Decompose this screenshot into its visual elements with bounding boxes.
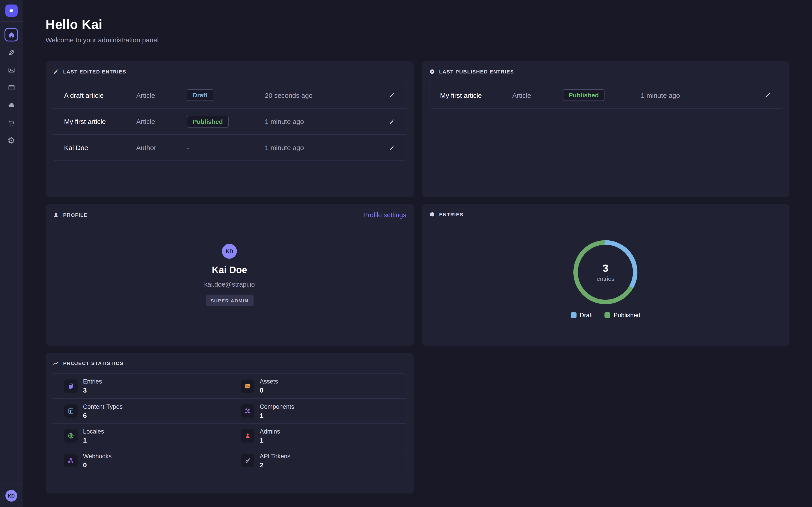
project-statistics-header: PROJECT STATISTICS [53, 360, 406, 367]
stat-webhooks: Webhooks 0 [53, 448, 230, 473]
strapi-logo-icon [8, 7, 14, 14]
sidebar-item-home[interactable] [4, 28, 18, 42]
sidebar-bottom: KD [0, 480, 22, 507]
role-badge: SUPER ADMIN [205, 295, 253, 306]
strapi-logo[interactable] [5, 4, 17, 17]
sidebar-user-avatar[interactable]: KD [5, 490, 17, 502]
profile-header: PROFILE [53, 212, 88, 218]
edit-entry-button[interactable] [389, 145, 395, 151]
table-row[interactable]: My first article Article Published 1 min… [429, 82, 782, 108]
entry-time: 20 seconds ago [265, 91, 389, 99]
profile-card: PROFILE Profile settings KD Kai Doe kai.… [46, 204, 413, 346]
card-title: LAST PUBLISHED ENTRIES [439, 69, 514, 74]
card-title: PROFILE [63, 212, 88, 218]
cloud-icon [7, 101, 15, 109]
media-library-icon [7, 66, 15, 74]
entry-type: Author [136, 144, 187, 152]
key-icon [241, 454, 254, 467]
feather-icon [7, 48, 15, 56]
sidebar-item-content-type-builder[interactable] [4, 81, 18, 94]
sidebar-item-content-manager[interactable] [4, 46, 18, 59]
home-icon [7, 31, 15, 39]
last-edited-header: LAST EDITED ENTRIES [53, 68, 406, 75]
image-icon [241, 379, 254, 393]
profile-email: kai.doe@strapi.io [204, 281, 255, 288]
profile-settings-link[interactable]: Profile settings [363, 211, 406, 219]
status-badge: Draft [187, 89, 213, 101]
edit-entry-button[interactable] [765, 92, 771, 98]
entry-type: Article [136, 118, 187, 125]
last-published-table: My first article Article Published 1 min… [429, 81, 782, 109]
app-window: ⚙ KD Hello Kai Welcome to your administr… [0, 0, 812, 507]
table-row[interactable]: A draft article Article Draft 20 seconds… [53, 82, 406, 108]
chart-legend: Draft Published [429, 312, 782, 319]
entry-time: 1 minute ago [641, 91, 765, 99]
entry-type: Article [512, 91, 563, 99]
webhook-icon [64, 454, 78, 467]
published-swatch [605, 312, 610, 318]
entry-name: My first article [64, 118, 136, 125]
status-badge: Published [563, 89, 605, 101]
trending-up-icon [53, 360, 59, 367]
table-row[interactable]: My first article Article Published 1 min… [53, 108, 406, 134]
entries-header: ENTRIES [429, 211, 782, 218]
stat-api-tokens: API Tokens 2 [230, 448, 406, 473]
entry-name: A draft article [64, 91, 136, 99]
status-empty: - [187, 144, 189, 151]
table-row[interactable]: Kai Doe Author - 1 minute ago [53, 134, 406, 160]
layout-icon [64, 404, 78, 418]
avatar: KD [222, 244, 237, 259]
sidebar-item-settings[interactable]: ⚙ [4, 133, 18, 147]
pencil-icon [389, 145, 395, 151]
entry-name: Kai Doe [64, 144, 136, 152]
settings-gear-icon: ⚙ [7, 136, 15, 145]
last-edited-entries-card: LAST EDITED ENTRIES A draft article Arti… [46, 61, 413, 197]
edit-entry-button[interactable] [389, 118, 395, 125]
pencil-icon [765, 92, 771, 98]
dashboard-grid: LAST EDITED ENTRIES A draft article Arti… [46, 61, 790, 494]
entries-card: ENTRIES 3 entries [421, 204, 790, 346]
stat-components: Components 1 [230, 398, 406, 423]
donut-center: 3 entries [572, 238, 640, 306]
page-subtitle: Welcome to your administration panel [46, 36, 790, 44]
last-edited-table: A draft article Article Draft 20 seconds… [53, 81, 406, 161]
sidebar-item-marketplace[interactable] [4, 116, 18, 129]
card-title: PROJECT STATISTICS [63, 360, 123, 366]
page-title: Hello Kai [46, 17, 790, 32]
molecule-icon [241, 404, 254, 418]
legend-item-published: Published [605, 312, 640, 319]
main-content: Hello Kai Welcome to your administration… [22, 0, 812, 507]
entry-time: 1 minute ago [265, 144, 389, 152]
card-title: ENTRIES [439, 212, 463, 217]
sidebar-nav: ⚙ [4, 28, 18, 147]
content-type-builder-icon [7, 83, 15, 91]
pencil-icon [389, 118, 395, 125]
stat-locales: Locales 1 [53, 423, 230, 448]
card-title: LAST EDITED ENTRIES [63, 69, 126, 74]
draft-swatch [571, 312, 576, 318]
person-icon [53, 212, 59, 218]
main-sidebar: ⚙ KD [0, 0, 22, 507]
entries-count-label: entries [597, 275, 614, 282]
sidebar-item-deploy[interactable] [4, 98, 18, 112]
entry-time: 1 minute ago [265, 118, 389, 125]
stat-entries: Entries 3 [53, 374, 230, 398]
sidebar-item-media-library[interactable] [4, 63, 18, 76]
puzzle-icon [429, 211, 435, 218]
stat-assets: Assets 0 [230, 374, 406, 398]
marketplace-cart-icon [7, 119, 15, 126]
stat-content-types: Content-Types 6 [53, 398, 230, 423]
project-statistics-card: PROJECT STATISTICS Entries 3 [46, 353, 413, 494]
entry-name: My first article [440, 91, 512, 99]
statistics-table: Entries 3 Assets 0 [53, 373, 406, 473]
entry-type: Article [136, 91, 187, 99]
edit-entry-button[interactable] [389, 92, 395, 98]
last-published-header: LAST PUBLISHED ENTRIES [429, 68, 782, 75]
user-icon [241, 429, 254, 443]
globe-icon [64, 429, 78, 443]
documents-icon [64, 379, 78, 393]
entries-count: 3 [603, 262, 609, 274]
stat-admins: Admins 1 [230, 423, 406, 448]
pencil-icon [389, 92, 395, 98]
profile-body: KD Kai Doe kai.doe@strapi.io SUPER ADMIN [53, 244, 406, 306]
